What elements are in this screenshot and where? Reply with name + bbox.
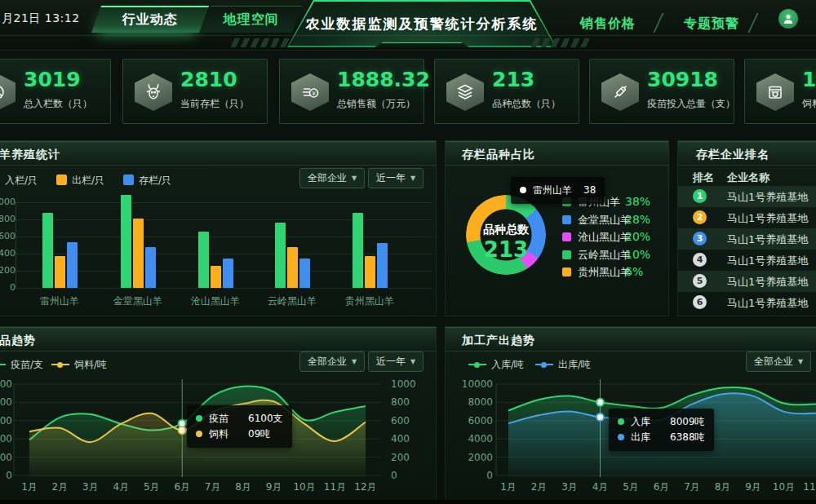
donut-center-value: 213 <box>466 237 546 262</box>
kpi-card-vaccine-total: 30918 疫苗投入总量（支） <box>589 59 734 124</box>
kpi-value: 1888.32 <box>337 68 430 91</box>
panel-header: 存栏品种占比 <box>446 141 668 166</box>
donut-legend-item[interactable]: 贵州黑山羊6% <box>562 265 631 280</box>
ranking-row[interactable]: 3 马山1号养殖基地 <box>678 228 816 250</box>
system-title-banner: 农业数据监测及预警统计分析系统 <box>287 0 557 47</box>
line-chart-output[interactable]: 入库8009吨 出库6388吨 1月2月3月4月5月6月7月8月9月10月11月… <box>446 327 816 501</box>
column-header-company: 企业名称 <box>727 170 769 185</box>
donut-legend-item[interactable]: 金堂黑山羊28% <box>562 213 631 228</box>
goat-icon <box>135 73 172 111</box>
kpi-value: 3019 <box>24 68 81 91</box>
tab-industry-news[interactable]: 行业动态 <box>91 6 209 33</box>
ranking-row[interactable]: 4 马山1号养殖基地 <box>678 250 816 271</box>
kpi-label: 品种总数（只） <box>492 97 561 111</box>
nav-divider <box>653 13 663 33</box>
kpi-value: 1888 <box>802 68 816 91</box>
panel-breed-share: 存栏品种占比 品种总数 213 雷州山羊38%金堂黑山羊28%沧山黑山羊20%云… <box>445 140 669 316</box>
donut-tooltip: 雷州山羊38 <box>511 177 605 204</box>
feed-bag-icon <box>756 73 794 111</box>
tooltip-dot <box>618 418 624 425</box>
dashboard: 月21日 13:12 行业动态 地理空间 农业数据监测及预警统计分析系统 销售价… <box>0 0 816 504</box>
rank-badge: 1 <box>693 189 707 203</box>
panel-header: 存栏企业排名 <box>678 141 816 166</box>
layers-icon <box>446 73 484 111</box>
rank-badge: 6 <box>693 295 707 309</box>
rank-badge: 3 <box>693 232 707 245</box>
donut-legend-item[interactable]: 云岭黑山羊10% <box>562 248 631 263</box>
panel-livestock-stats: 羊养殖统计 入栏/只 出栏/只 存栏/只 全部企业▼ 近一年▼ 10008006… <box>0 140 437 316</box>
kpi-label: 疫苗投入总量（支） <box>647 97 735 111</box>
pie-chart-icon <box>0 73 16 111</box>
kpi-card-breed-total: 213 品种总数（只） <box>434 59 579 124</box>
kpi-value: 30918 <box>647 68 718 91</box>
hazard-stripes <box>230 38 289 47</box>
input-tooltip: 疫苗6100支 饲料09吨 <box>187 405 292 448</box>
nav-divider <box>747 13 758 33</box>
rank-badge: 2 <box>693 210 707 224</box>
datetime-label: 月21日 13:12 <box>2 11 80 26</box>
tab-label: 行业动态 <box>122 11 178 29</box>
kpi-card-total-in: 3019 总入栏数（只） <box>0 59 111 124</box>
rank-badge: 4 <box>693 253 707 267</box>
tooltip-dot <box>196 431 202 437</box>
tooltip-dot <box>520 187 526 193</box>
syringe-icon <box>601 73 639 111</box>
panel-title: 存栏品种占比 <box>462 148 535 162</box>
tab-special-warning[interactable]: 专题预警 <box>684 15 739 33</box>
donut-center-label: 品种总数 <box>466 223 546 237</box>
kpi-label: 总销售额（万元） <box>337 97 415 111</box>
kpi-label: 饲料投入 <box>802 97 816 111</box>
page-title: 农业数据监测及预警统计分析系统 <box>287 15 557 33</box>
top-nav: 月21日 13:12 行业动态 地理空间 农业数据监测及预警统计分析系统 销售价… <box>0 0 816 51</box>
tab-label: 地理空间 <box>224 11 279 29</box>
donut-legend-item[interactable]: 沧山黑山羊20% <box>562 230 631 245</box>
kpi-value: 213 <box>492 68 534 91</box>
banner-notch <box>373 42 471 48</box>
kpi-value: 2810 <box>180 68 237 91</box>
tooltip-dot <box>196 415 202 422</box>
kpi-card-feed-total: 1888 饲料投入 <box>744 59 816 124</box>
bar-chart[interactable]: 10008006004002000雷州山羊金堂黑山羊沧山黑山羊云岭黑山羊贵州黑山… <box>0 141 436 316</box>
user-avatar-icon[interactable] <box>778 9 798 29</box>
ranking-row[interactable]: 5 马山1号养殖基地 <box>678 271 816 292</box>
line-chart-input[interactable]: 疫苗6100支 饲料09吨 1月2月3月4月5月6月7月8月9月10月11月12… <box>0 327 436 501</box>
tab-geospatial[interactable]: 地理空间 <box>201 6 302 33</box>
tab-sales-price[interactable]: 销售价格 <box>580 15 636 33</box>
ranking-row[interactable]: 1 马山1号养殖基地 <box>678 186 816 207</box>
panel-input-trend: 品趋势 疫苗/支 饲料/吨 全部企业▼ 近一年▼ 疫苗6100支 饲料09吨 1… <box>0 326 437 502</box>
output-tooltip: 入库8009吨 出库6388吨 <box>609 409 714 451</box>
panel-company-ranking: 存栏企业排名 排名 企业名称 1 马山1号养殖基地 2 马山1号养殖基地 3 马… <box>677 140 816 316</box>
kpi-label: 总入栏数（只） <box>24 97 92 111</box>
header-hairline <box>0 35 816 36</box>
svg-text:¥: ¥ <box>312 91 316 97</box>
kpi-label: 当前存栏（只） <box>180 97 249 111</box>
ranking-row[interactable]: 6 马山1号养殖基地 <box>678 292 816 313</box>
ranking-row[interactable]: 2 马山1号养殖基地 <box>678 207 816 228</box>
panel-output-trend: 加工产出趋势 入库/吨 出库/吨 全部企业▼ 入库8009吨 出库6388吨 1… <box>445 326 816 502</box>
panel-title: 存栏企业排名 <box>696 148 769 162</box>
kpi-card-current-stock: 2810 当前存栏（只） <box>122 59 268 124</box>
rank-badge: 5 <box>693 274 707 288</box>
sales-coins-icon: ¥ <box>291 73 329 111</box>
tooltip-dot <box>618 434 624 440</box>
hazard-stripes <box>530 38 589 47</box>
column-header-rank: 排名 <box>693 170 714 185</box>
kpi-card-total-sales: ¥ 1888.32 总销售额（万元） <box>279 59 424 124</box>
